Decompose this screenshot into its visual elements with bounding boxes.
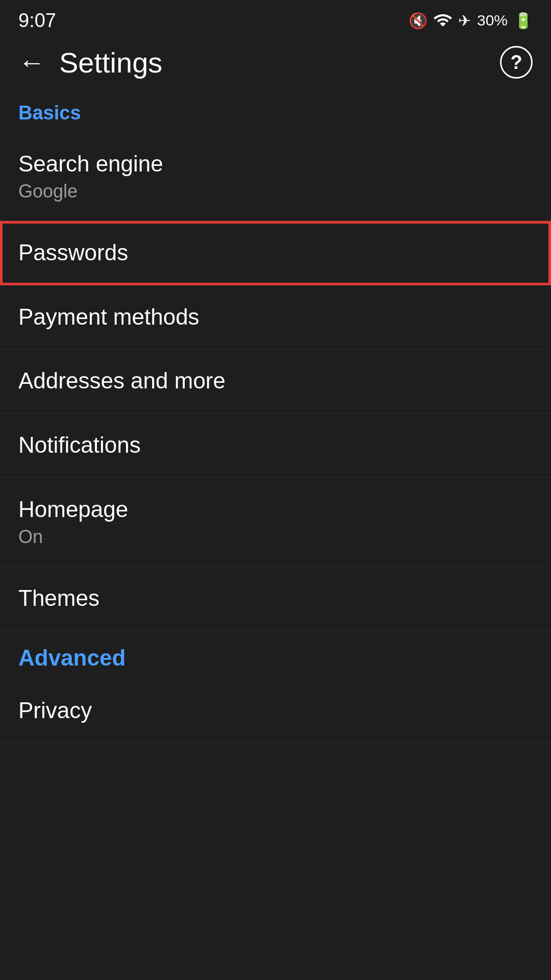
settings-item-passwords[interactable]: Passwords xyxy=(0,221,551,285)
airplane-icon: ✈ xyxy=(458,12,471,30)
app-bar-left: ← Settings xyxy=(18,46,162,79)
status-bar: 9:07 🔇 ✈ 30% 🔋 xyxy=(0,0,551,37)
settings-item-payment-methods[interactable]: Payment methods xyxy=(0,285,551,350)
page-title: Settings xyxy=(59,46,162,79)
back-button[interactable]: ← xyxy=(18,49,45,76)
addresses-title: Addresses and more xyxy=(18,368,533,395)
wifi-icon xyxy=(434,11,452,30)
settings-item-themes[interactable]: Themes xyxy=(0,567,551,631)
status-time: 9:07 xyxy=(18,10,56,32)
search-engine-subtitle: Google xyxy=(18,181,533,202)
search-engine-title: Search engine xyxy=(18,151,533,178)
homepage-title: Homepage xyxy=(18,496,533,523)
payment-methods-title: Payment methods xyxy=(18,304,533,331)
battery-indicator: 30% xyxy=(477,12,508,29)
passwords-title: Passwords xyxy=(18,239,533,266)
settings-item-notifications[interactable]: Notifications xyxy=(0,413,551,478)
basics-section-header: Basics xyxy=(0,88,551,132)
advanced-section-header: Advanced xyxy=(0,631,551,679)
privacy-title: Privacy xyxy=(18,697,533,724)
themes-title: Themes xyxy=(18,585,533,612)
settings-item-privacy[interactable]: Privacy xyxy=(0,679,551,743)
settings-item-search-engine[interactable]: Search engine Google xyxy=(0,132,551,221)
help-button[interactable]: ? xyxy=(500,46,533,79)
settings-item-homepage[interactable]: Homepage On xyxy=(0,478,551,567)
app-bar: ← Settings ? xyxy=(0,37,551,88)
settings-item-addresses[interactable]: Addresses and more xyxy=(0,349,551,413)
homepage-subtitle: On xyxy=(18,526,533,548)
status-icons: 🔇 ✈ 30% 🔋 xyxy=(409,11,533,30)
battery-icon: 🔋 xyxy=(514,12,533,30)
notifications-title: Notifications xyxy=(18,432,533,459)
mute-icon: 🔇 xyxy=(409,12,428,30)
settings-content: Basics Search engine Google Passwords Pa… xyxy=(0,88,551,743)
